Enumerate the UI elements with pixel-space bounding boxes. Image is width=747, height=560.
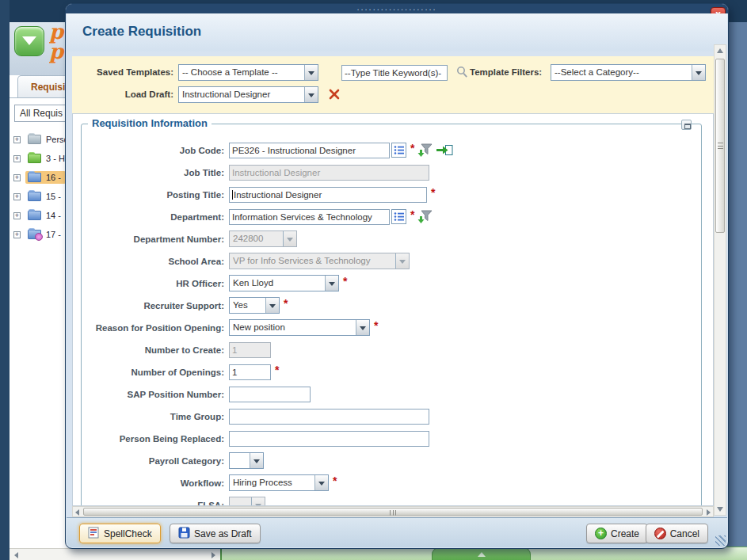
select-value: Hiring Process <box>230 475 314 490</box>
dropdown-arrow-icon[interactable] <box>250 453 263 468</box>
field-select[interactable]: Hiring Process <box>229 474 329 491</box>
dropdown-arrow-icon[interactable] <box>325 276 338 291</box>
field-label: Recruiter Support: <box>82 301 229 310</box>
dialog-title: Create Requisition <box>82 24 201 40</box>
form-row: Posting Title:Instructional Designer* <box>82 186 701 203</box>
load-draft-label: Load Draft: <box>72 90 173 99</box>
field-label: Department: <box>82 212 229 222</box>
form-row: Reason for Position Opening:New position… <box>82 319 701 336</box>
create-requisition-dialog: .................... x Create Requisitio… <box>65 3 729 549</box>
text-caret <box>232 190 233 200</box>
lookup-list-icon[interactable] <box>391 143 406 158</box>
title-keyword-input[interactable]: --Type Title Keyword(s)- <box>341 65 448 81</box>
vertical-scroll-thumb[interactable] <box>715 59 725 233</box>
field-input: 1 <box>229 342 271 358</box>
tree-item-label: 16 - <box>46 173 61 182</box>
dropdown-arrow-icon[interactable] <box>304 87 318 102</box>
spellcheck-button[interactable]: SpellCheck <box>79 524 161 543</box>
field-input[interactable]: PE326 - Instructional Designer <box>229 143 390 158</box>
dropdown-arrow-icon[interactable] <box>692 65 705 80</box>
scroll-right-icon[interactable] <box>707 509 711 516</box>
dropdown-arrow-icon[interactable] <box>314 475 328 490</box>
field-label: Workflow: <box>82 478 229 488</box>
requisition-information-fieldset: Requisition Information Job Code:PE326 -… <box>81 124 702 506</box>
select-value: Yes <box>230 298 265 313</box>
filter-funnel-icon[interactable] <box>417 210 433 224</box>
expand-plus-icon[interactable]: + <box>13 155 21 162</box>
dialog-body: Requisition Information Job Code:PE326 -… <box>72 113 714 506</box>
tree-item-label: 17 - <box>46 230 61 239</box>
save-as-draft-button[interactable]: Save as Draft <box>170 524 261 543</box>
spellcheck-icon <box>88 527 100 541</box>
field-label: Time Group: <box>82 412 229 421</box>
lookup-list-icon[interactable] <box>391 209 406 224</box>
form-row: Job Title:Instructional Designer <box>82 164 701 181</box>
app-logo-icon[interactable] <box>14 26 44 56</box>
select-value <box>230 453 250 468</box>
filter-funnel-icon[interactable] <box>417 143 433 158</box>
dialog-footer: SpellCheck Save as Draft + Create Cancel <box>67 517 727 547</box>
field-select[interactable]: New position <box>229 319 370 336</box>
form-row: Time Group: <box>82 408 701 425</box>
delete-draft-icon[interactable] <box>329 89 340 100</box>
dropdown-arrow-icon[interactable] <box>356 320 369 335</box>
dropdown-arrow-icon[interactable] <box>304 65 318 80</box>
download-arrow-icon <box>22 36 36 52</box>
load-draft-select[interactable]: Instructional Designer <box>178 86 318 103</box>
dialog-drag-handle[interactable]: .................... <box>66 4 728 13</box>
field-select[interactable]: Ken Lloyd <box>229 275 339 291</box>
save-icon <box>178 527 190 541</box>
field-label: Person Being Replaced: <box>82 434 229 444</box>
required-asterisk: * <box>374 319 378 332</box>
field-input[interactable] <box>229 409 429 425</box>
expand-plus-icon[interactable]: + <box>13 193 21 200</box>
field-input[interactable] <box>229 387 311 402</box>
field-input: Instructional Designer <box>229 165 429 181</box>
select-value <box>230 497 251 506</box>
transfer-arrow-icon[interactable] <box>436 144 453 156</box>
sidebar-horizontal-scrollbar[interactable] <box>10 548 220 560</box>
expand-plus-icon[interactable]: + <box>13 174 21 181</box>
dialog-vertical-scrollbar[interactable] <box>714 44 726 516</box>
expand-plus-icon[interactable]: + <box>13 136 21 143</box>
resize-grip-icon[interactable] <box>715 535 726 546</box>
required-asterisk: * <box>410 208 414 221</box>
field-label: Job Code: <box>82 146 229 155</box>
scroll-left-icon[interactable] <box>75 509 79 516</box>
tree-item-label: 14 - <box>46 211 61 220</box>
field-input[interactable]: Instructional Designer <box>229 187 427 203</box>
folder-icon <box>28 230 41 239</box>
field-select[interactable]: Yes <box>229 297 280 314</box>
form-row: Job Code:PE326 - Instructional Designer* <box>82 142 701 158</box>
horizontal-scroll-thumb[interactable] <box>83 508 703 516</box>
template-filters-label: Template Filters: <box>470 67 547 77</box>
chevron-up-icon <box>478 552 486 557</box>
field-input[interactable]: Information Services & Technology <box>229 209 390 225</box>
expand-plus-icon[interactable]: + <box>13 231 21 238</box>
tree-item-label: 15 - <box>46 192 61 201</box>
field-input[interactable]: 1 <box>229 364 271 380</box>
select-value: Ken Lloyd <box>230 276 325 291</box>
create-button[interactable]: + Create <box>586 524 648 543</box>
search-icon[interactable] <box>456 66 468 78</box>
dropdown-arrow-icon <box>283 231 296 246</box>
field-input[interactable] <box>229 431 429 447</box>
field-label: Reason for Position Opening: <box>82 323 229 333</box>
scroll-left-icon[interactable] <box>14 552 18 558</box>
expand-plus-icon[interactable]: + <box>13 212 21 219</box>
dropdown-arrow-icon <box>395 253 409 269</box>
scroll-down-icon[interactable] <box>717 507 723 512</box>
dropdown-arrow-icon[interactable] <box>265 298 279 313</box>
saved-templates-select[interactable]: -- Choose a Template -- <box>178 64 318 81</box>
dialog-horizontal-scrollbar[interactable] <box>72 506 714 517</box>
template-filters-select[interactable]: --Select a Category-- <box>551 64 706 81</box>
required-asterisk: * <box>343 275 347 288</box>
scroll-up-icon[interactable] <box>717 48 723 53</box>
form-row: FLSA: <box>82 497 701 506</box>
scroll-right-icon[interactable] <box>212 552 215 558</box>
field-select[interactable] <box>229 452 264 469</box>
thumb-grip <box>390 510 396 516</box>
field-label: SAP Position Number: <box>82 390 229 399</box>
dock-pull-up-tab[interactable] <box>432 547 531 560</box>
cancel-button[interactable]: Cancel <box>646 524 708 543</box>
